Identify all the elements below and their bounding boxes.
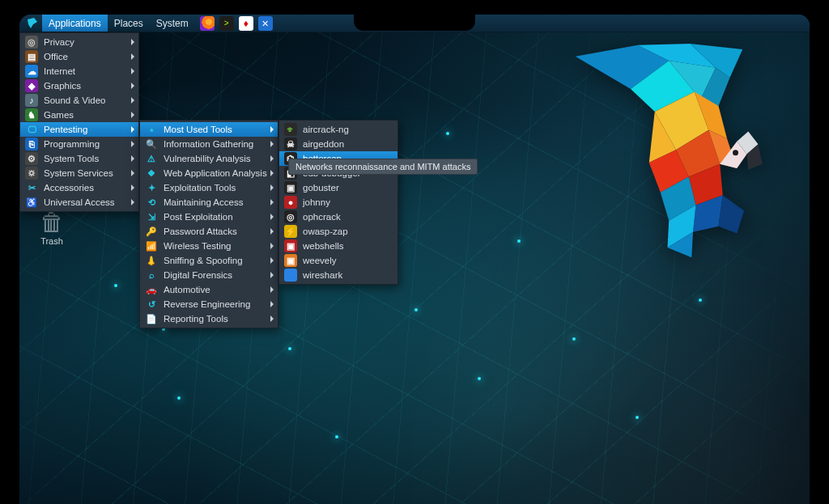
pentesting-submenu-item-icon: ⇲ — [145, 210, 158, 223]
tools-submenu-item[interactable]: ▣webshells — [279, 239, 397, 253]
submenu-arrow-icon — [131, 68, 134, 74]
pentesting-submenu-item[interactable]: ✦Exploitation Tools — [140, 180, 278, 195]
pentesting-submenu-item[interactable]: ⚠Vulnerability Analysis — [140, 151, 278, 166]
pentesting-submenu-item-label: Vulnerability Analysis — [164, 154, 251, 163]
submenu-arrow-icon — [131, 39, 134, 45]
applications-menu-item-icon: ⚙ — [25, 152, 38, 165]
launcher-geany[interactable]: ♦ — [239, 16, 253, 31]
applications-menu-item-icon: ▤ — [25, 50, 38, 63]
applications-menu-item[interactable]: ♪Sound & Video — [20, 93, 138, 108]
pentesting-submenu-item-icon: 🚗 — [145, 283, 158, 296]
pentesting-submenu-item-icon: 📶 — [145, 239, 158, 252]
applications-menu-item-label: System Tools — [44, 154, 99, 163]
panel-logo[interactable] — [23, 15, 42, 32]
pentesting-submenu-item[interactable]: ⌕Digital Forensics — [140, 268, 278, 282]
applications-menu-item-icon: ⛭ — [25, 167, 38, 180]
applications-menu-item[interactable]: ▤Office — [20, 49, 138, 64]
submenu-arrow-icon — [131, 170, 134, 176]
tools-submenu-item-label: gobuster — [303, 183, 339, 193]
pentesting-submenu-item-icon: ⟲ — [145, 196, 158, 209]
submenu-arrow-icon — [131, 155, 134, 162]
applications-menu-item[interactable]: ⛭System Services — [20, 166, 138, 180]
tools-submenu-item-icon: ◎ — [284, 210, 297, 223]
tools-submenu-item-label: aircrack-ng — [303, 125, 349, 134]
submenu-arrow-icon — [131, 126, 134, 133]
pentesting-submenu-item[interactable]: ⇲Post Exploitation — [140, 210, 278, 224]
laptop-frame: Applications Places System > ♦ ✕ 🗑 Trash… — [0, 0, 829, 504]
pentesting-submenu-item[interactable]: ❖Web Application Analysis — [140, 166, 278, 180]
applications-menu-item[interactable]: ⎘Programming — [20, 137, 138, 151]
applications-menu-item-label: Pentesting — [44, 125, 87, 134]
applications-menu-item-label: Sound & Video — [44, 95, 106, 105]
pentesting-submenu-item[interactable]: 📄Reporting Tools — [140, 311, 278, 326]
pentesting-submenu-item-icon: 📄 — [145, 312, 158, 325]
tools-submenu-item[interactable]: ●johnny — [279, 195, 397, 210]
tools-submenu-item-label: johnny — [303, 197, 330, 207]
pentesting-submenu-item-label: Digital Forensics — [164, 270, 232, 280]
pentesting-submenu-item-label: Maintaining Access — [164, 197, 243, 207]
applications-menu-item-label: System Services — [44, 168, 113, 178]
panel-menu-system[interactable]: System — [150, 15, 195, 32]
tools-submenu: ᯤaircrack-ng☠airgeddon⌬bettercap◧edb-deb… — [278, 120, 398, 285]
pentesting-submenu-item[interactable]: 📶Wireless Testing — [140, 239, 278, 253]
pentesting-submenu-item-icon: ⌕ — [145, 269, 158, 282]
applications-menu-item[interactable]: ✂Accessories — [20, 180, 138, 195]
tools-submenu-item-label: weevely — [303, 256, 337, 265]
applications-menu-item-icon: ♞ — [25, 108, 38, 121]
pentesting-submenu-item[interactable]: ↺Reverse Engineering — [140, 297, 278, 311]
tools-submenu-item[interactable]: ◎ophcrack — [279, 210, 397, 224]
panel-menu-places[interactable]: Places — [108, 15, 150, 32]
tools-submenu-item[interactable]: wireshark — [279, 268, 397, 282]
pentesting-submenu-item[interactable]: 🔑Password Attacks — [140, 224, 278, 239]
launcher-terminal[interactable]: > — [219, 16, 234, 31]
trash-icon: 🗑 — [28, 209, 76, 236]
submenu-arrow-icon — [270, 257, 274, 264]
desktop-trash[interactable]: 🗑 Trash — [28, 209, 76, 246]
applications-menu-item[interactable]: ◆Graphics — [20, 78, 138, 93]
tools-submenu-item-icon: ▣ — [284, 181, 297, 194]
pentesting-submenu-item-label: Web Application Analysis — [164, 168, 267, 178]
applications-menu-item-label: Games — [44, 110, 74, 120]
applications-menu-item-icon: ⎘ — [25, 138, 38, 150]
panel-menu-applications[interactable]: Applications — [42, 15, 108, 32]
pentesting-submenu-item-icon: ❖ — [145, 167, 158, 180]
desktop-trash-label: Trash — [40, 236, 63, 246]
svg-point-14 — [733, 150, 738, 155]
submenu-arrow-icon — [270, 243, 274, 249]
applications-menu-item[interactable]: ♞Games — [20, 108, 138, 122]
tools-submenu-item-icon: ▣ — [284, 239, 297, 252]
submenu-arrow-icon — [131, 53, 134, 60]
pentesting-submenu-item[interactable]: 🔍Information Gathering — [140, 137, 278, 151]
launcher-firefox[interactable] — [200, 16, 215, 31]
applications-menu-item-icon: ✂ — [25, 181, 38, 194]
pentesting-submenu-item[interactable]: ⟲Maintaining Access — [140, 195, 278, 210]
tools-submenu-item-icon — [284, 269, 297, 282]
applications-menu-item[interactable]: ⚙System Tools — [20, 151, 138, 166]
applications-menu-item[interactable]: 🖵Pentesting — [20, 122, 138, 137]
applications-menu: ◎Privacy▤Office☁Internet◆Graphics♪Sound … — [19, 32, 139, 212]
tools-submenu-item[interactable]: ☠airgeddon — [279, 137, 397, 151]
submenu-arrow-icon — [131, 83, 134, 89]
tools-submenu-item[interactable]: ▣gobuster — [279, 180, 397, 195]
applications-menu-item-icon: 🖵 — [25, 123, 38, 136]
tools-submenu-item[interactable]: ⚡owasp-zap — [279, 224, 397, 239]
applications-menu-item[interactable]: ♿Universal Access — [20, 195, 138, 210]
parrot-illustration — [567, 44, 785, 270]
tools-submenu-item[interactable]: ▣weevely — [279, 253, 397, 268]
applications-menu-item-icon: ◆ — [25, 79, 38, 92]
pentesting-submenu-item[interactable]: 👃Sniffing & Spoofing — [140, 253, 278, 268]
webcam-notch — [354, 15, 475, 31]
panel-menu-label: System — [156, 18, 189, 29]
tools-submenu-item[interactable]: ᯤaircrack-ng — [279, 122, 397, 137]
launcher-vscode[interactable]: ✕ — [258, 16, 273, 31]
applications-menu-item[interactable]: ◎Privacy — [20, 35, 138, 49]
submenu-arrow-icon — [131, 199, 134, 205]
tools-submenu-item-label: airgeddon — [303, 139, 344, 149]
applications-menu-item[interactable]: ☁Internet — [20, 64, 138, 78]
pentesting-submenu-item-icon: ⚠ — [145, 152, 158, 165]
panel-menu-label: Applications — [49, 18, 101, 29]
applications-menu-item-label: Programming — [44, 139, 100, 149]
pentesting-submenu-item-icon: 👃 — [145, 254, 158, 267]
pentesting-submenu-item[interactable]: ⭑Most Used Tools — [140, 122, 278, 137]
pentesting-submenu-item[interactable]: 🚗Automotive — [140, 282, 278, 297]
